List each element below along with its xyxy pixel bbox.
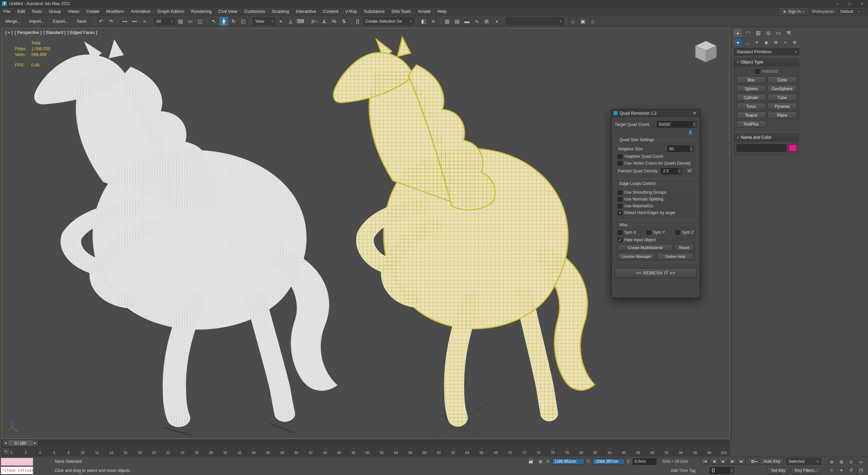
select-object-icon[interactable]: ↖ [210,17,218,26]
menu-help[interactable]: Help [434,7,450,15]
sym-x-checkbox[interactable]: Sym X [618,230,636,235]
shapes-category[interactable]: ◡ [744,39,751,46]
time-slider-thumb[interactable]: 0 / 100 [8,440,32,445]
menu-civil-view[interactable]: Civil View [215,7,241,15]
percent-snap-icon[interactable]: % [330,17,338,26]
adaptive-size-spinner[interactable]: ▲▼ [689,146,693,152]
adaptive-quad-count-checkbox[interactable]: Adaptive Quad Count [618,154,694,159]
systems-category[interactable]: ⚙ [791,39,798,46]
use-pivot-center-icon[interactable]: ⌖ [276,17,285,26]
use-normals-splitting-checkbox[interactable]: Use Normals Splitting [618,197,694,202]
unlink-selection-icon[interactable]: ⊷ [130,17,139,26]
select-and-rotate-icon[interactable]: ↻ [229,17,238,26]
sym-z-checkbox[interactable]: Sym Z [675,230,694,235]
pan-icon[interactable]: ⊹ [827,467,836,474]
previous-frame-button[interactable]: ◀| [710,458,718,465]
export-button[interactable]: Export... [50,18,71,25]
online-help-button[interactable]: Online Help [657,253,694,260]
menu-file[interactable]: File [0,7,14,15]
viewport-standard-menu[interactable]: [ Standard ] [43,30,65,35]
go-to-start-button[interactable]: |◀ [701,458,709,465]
key-filters-button[interactable]: Key Filters... [791,467,821,474]
curve-editor-icon[interactable]: ∿ [472,17,481,26]
lights-category[interactable]: ☀ [753,39,761,46]
auto-key-button[interactable]: Auto Key [760,458,784,465]
menu-graph-editors[interactable]: Graph Editors [154,7,188,15]
render-production-icon[interactable]: ♨ [588,17,597,26]
menu-arnold[interactable]: Arnold [414,7,434,15]
primitive-pyramid-button[interactable]: Pyramid [768,103,797,110]
bind-to-space-warp-icon[interactable]: ≈ [140,17,149,26]
menu-group[interactable]: Group [45,7,64,15]
align-icon[interactable]: ≡ [429,17,438,26]
license-manager-button[interactable]: License Manager [618,253,655,260]
use-vertex-colors-checkbox[interactable]: Use Vertex Colors for Quads Density [618,161,694,166]
primitive-teapot-button[interactable]: Teapot [736,112,766,119]
zoom-region-icon[interactable]: ▭ [856,458,865,466]
select-and-link-icon[interactable]: ⊶ [120,17,129,26]
menu-customize[interactable]: Customize [241,7,268,15]
schematic-view-icon[interactable]: ⊞ [482,17,491,26]
object-type-rollout-header[interactable]: ▾ Object Type [734,58,799,66]
dialog-close-button[interactable]: ✕ [691,111,698,116]
rendered-frame-window-icon[interactable]: ▣ [578,17,587,26]
menu-edit[interactable]: Edit [14,7,28,15]
slider-handle[interactable] [689,130,692,135]
primitive-cone-button[interactable]: Cone [768,76,797,83]
named-selection-sets-combo[interactable]: ▾ [506,18,564,25]
cameras-category[interactable]: ◉ [763,39,770,46]
walk-through-icon[interactable]: ∗ [837,467,846,474]
save-button[interactable]: Save [74,18,89,25]
selection-lock-toggle[interactable] [527,458,535,465]
menu-v-ray[interactable]: V-Ray [342,7,360,15]
create-multimaterial-button[interactable]: Create MultiMaterial [618,244,673,251]
space-warps-category[interactable]: ≈ [782,39,789,46]
current-frame-spinner[interactable]: ▲▼ [729,468,734,474]
play-button[interactable]: ▶ [719,458,727,465]
workspaces-dropdown[interactable]: Default ▾ [837,8,863,15]
select-and-scale-icon[interactable]: ◰ [239,17,248,26]
select-and-manipulate-icon[interactable]: ◬ [286,17,295,26]
reset-button[interactable]: Reset [675,244,694,251]
snaps-toggle-icon[interactable]: 3∩ [310,17,319,26]
toggle-ribbon-icon[interactable]: ▬ [462,17,471,26]
maximize-viewport-toggle-icon[interactable]: ◳ [856,467,865,474]
use-smoothing-groups-checkbox[interactable]: Use Smoothing Groups [618,190,694,195]
primitive-plane-button[interactable]: Plane [768,112,797,119]
z-coord-field[interactable]: 0.0cm [633,458,656,465]
target-quad-count-spinner[interactable]: ▲▼ [692,121,696,127]
primitive-geosphere-button[interactable]: GeoSphere [768,85,797,92]
add-time-tag[interactable]: Add Time Tag [671,468,695,473]
object-name-field[interactable] [736,144,787,152]
toggle-scene-explorer-icon[interactable]: ▥ [443,17,452,26]
primitive-tube-button[interactable]: Tube [768,94,797,101]
maximize-button[interactable]: □ [844,0,856,7]
helpers-category[interactable]: ⊞ [772,39,780,46]
adaptive-size-field[interactable]: 50 ▲▼ [667,146,694,152]
edit-named-selection-sets-icon[interactable]: {} [353,17,362,26]
paint-density-button[interactable]: P [686,168,694,174]
menu-modifiers[interactable]: Modifiers [103,7,127,15]
menu-rendering[interactable]: Rendering [188,7,215,15]
viewport-plus-menu[interactable]: [ + ] [5,30,13,35]
absolute-mode-toggle[interactable]: ⊞ [537,458,544,465]
sym-y-checkbox[interactable]: Sym Y [647,230,665,235]
y-coord-field[interactable]: -2584.397cm [592,458,625,465]
modify-tab[interactable]: ◠ [744,29,752,37]
primitive-sphere-button[interactable]: Sphere [736,85,766,92]
menu-animation[interactable]: Animation [127,7,154,15]
menu-content[interactable]: Content [319,7,342,15]
autogrid-checkbox[interactable]: AutoGrid [736,69,797,74]
current-frame-value[interactable]: 0 [710,468,729,474]
primitive-cylinder-button[interactable]: Cylinder [736,94,766,101]
selection-filter-dropdown[interactable]: All▾ [154,18,175,25]
toggle-layer-explorer-icon[interactable]: ▤ [453,17,461,26]
painted-quad-density-field[interactable]: 2.0 ▲▼ [661,168,682,174]
select-by-name-icon[interactable]: ▤ [176,17,185,26]
utilities-tab[interactable]: ⚒ [784,29,793,37]
key-mode-dropdown[interactable]: Selected ▾ [786,458,821,465]
dense-mesh-horse-model[interactable] [16,33,358,435]
primitive-textplus-button[interactable]: TextPlus [736,120,766,128]
maxscript-listener-field[interactable]: "close rollout [1,467,33,475]
spinner-snap-icon[interactable]: ⇅ [339,17,348,26]
